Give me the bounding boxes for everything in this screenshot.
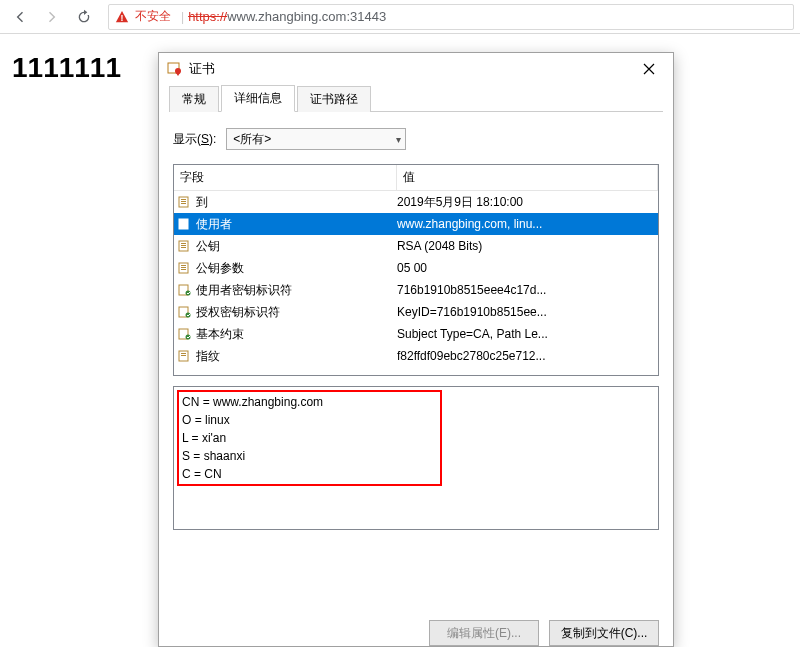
svg-rect-10 [181, 223, 186, 224]
svg-point-23 [186, 313, 191, 318]
detail-line: L = xi'an [182, 429, 650, 447]
field-value: 2019年5月9日 18:10:00 [397, 194, 654, 211]
show-filter-select[interactable]: <所有> ▾ [226, 128, 406, 150]
property-icon [178, 349, 192, 363]
dialog-close-button[interactable] [633, 57, 665, 81]
field-name: 指纹 [196, 348, 220, 365]
svg-text:!: ! [121, 12, 124, 22]
field-row[interactable]: 使用者www.zhangbing.com, linu... [174, 213, 658, 235]
field-value: RSA (2048 Bits) [397, 239, 654, 253]
close-icon [643, 63, 655, 75]
svg-rect-7 [181, 203, 186, 204]
page-headline: 1111111 [0, 34, 133, 84]
fields-header: 字段 值 [174, 165, 658, 191]
file-icon [178, 217, 192, 231]
certificate-dialog: 证书 常规 详细信息 证书路径 显示(S): <所有> ▾ 字段 值 到2019… [158, 52, 674, 647]
show-filter-value: <所有> [233, 131, 271, 148]
field-value: f82ffdf09ebc2780c25e712... [397, 349, 654, 363]
svg-rect-6 [181, 201, 186, 202]
svg-rect-13 [181, 243, 186, 244]
back-button[interactable] [6, 3, 34, 31]
svg-rect-18 [181, 267, 186, 268]
svg-point-21 [186, 291, 191, 296]
detail-line: O = linux [182, 411, 650, 429]
url-scheme: https:// [188, 9, 227, 24]
copy-to-file-button[interactable]: 复制到文件(C)... [549, 620, 659, 646]
dialog-title: 证书 [189, 60, 215, 78]
field-row[interactable]: 指纹f82ffdf09ebc2780c25e712... [174, 345, 658, 367]
field-value: KeyID=716b1910b8515ee... [397, 305, 654, 319]
extension-icon [178, 305, 192, 319]
field-row[interactable]: 到2019年5月9日 18:10:00 [174, 191, 658, 213]
show-label: 显示(S): [173, 131, 216, 148]
reload-button[interactable] [70, 3, 98, 31]
insecure-label: 不安全 [135, 8, 171, 25]
cert-detail-panel[interactable]: CN = www.zhangbing.comO = linuxL = xi'an… [173, 386, 659, 530]
svg-rect-14 [181, 245, 186, 246]
svg-rect-11 [181, 225, 186, 226]
detail-line: C = CN [182, 465, 650, 483]
arrow-left-icon [12, 9, 28, 25]
field-name: 使用者密钥标识符 [196, 282, 292, 299]
dialog-tabs: 常规 详细信息 证书路径 [159, 85, 673, 111]
svg-point-25 [186, 335, 191, 340]
extension-icon [178, 327, 192, 341]
field-name: 基本约束 [196, 326, 244, 343]
svg-rect-15 [181, 247, 186, 248]
extension-icon [178, 283, 192, 297]
dialog-title-bar[interactable]: 证书 [159, 53, 673, 85]
field-row[interactable]: 公钥RSA (2048 Bits) [174, 235, 658, 257]
svg-rect-27 [181, 353, 186, 354]
url-divider: | [181, 10, 184, 24]
svg-rect-5 [181, 199, 186, 200]
detail-line: S = shaanxi [182, 447, 650, 465]
chevron-down-icon: ▾ [396, 134, 401, 145]
field-value: 716b1910b8515eee4c17d... [397, 283, 654, 297]
certificate-icon [167, 61, 183, 77]
tab-general[interactable]: 常规 [169, 86, 219, 112]
field-row[interactable]: 公钥参数05 00 [174, 257, 658, 279]
field-row[interactable]: 使用者密钥标识符716b1910b8515eee4c17d... [174, 279, 658, 301]
field-name: 到 [196, 194, 208, 211]
field-value: www.zhangbing.com, linu... [397, 217, 654, 231]
file-icon [178, 195, 192, 209]
forward-button[interactable] [38, 3, 66, 31]
header-field[interactable]: 字段 [174, 165, 397, 190]
field-value: 05 00 [397, 261, 654, 275]
reload-icon [76, 9, 92, 25]
detail-line: CN = www.zhangbing.com [182, 393, 650, 411]
field-name: 公钥 [196, 238, 220, 255]
field-row[interactable]: 授权密钥标识符KeyID=716b1910b8515ee... [174, 301, 658, 323]
field-name: 公钥参数 [196, 260, 244, 277]
header-value[interactable]: 值 [397, 165, 658, 190]
cert-fields-list[interactable]: 字段 值 到2019年5月9日 18:10:00使用者www.zhangbing… [173, 164, 659, 376]
svg-rect-9 [181, 221, 186, 222]
edit-properties-button[interactable]: 编辑属性(E)... [429, 620, 539, 646]
field-row[interactable]: 基本约束Subject Type=CA, Path Le... [174, 323, 658, 345]
svg-rect-19 [181, 269, 186, 270]
warning-triangle-icon: ! [115, 10, 129, 24]
svg-rect-17 [181, 265, 186, 266]
field-name: 授权密钥标识符 [196, 304, 280, 321]
field-value: Subject Type=CA, Path Le... [397, 327, 654, 341]
file-icon [178, 239, 192, 253]
url-text: https://www.zhangbing.com:31443 [188, 9, 386, 24]
tab-details[interactable]: 详细信息 [221, 85, 295, 112]
tab-cert-path[interactable]: 证书路径 [297, 86, 371, 112]
url-host: www.zhangbing.com:31443 [227, 9, 386, 24]
field-name: 使用者 [196, 216, 232, 233]
arrow-right-icon [44, 9, 60, 25]
url-bar[interactable]: ! 不安全 | https://www.zhangbing.com:31443 [108, 4, 794, 30]
svg-rect-28 [181, 355, 186, 356]
file-icon [178, 261, 192, 275]
